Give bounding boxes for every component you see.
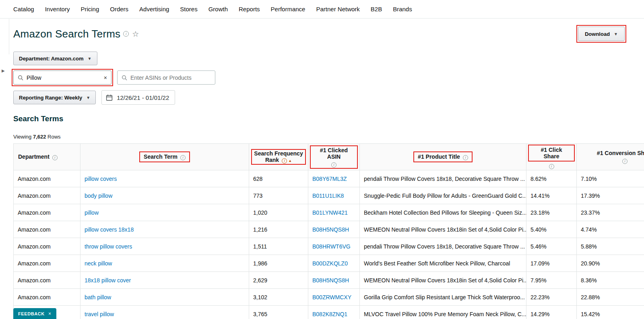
column-header-search-frequency-rank[interactable]: Search Frequency Ranki▲	[249, 144, 308, 170]
viewing-rows-count: Viewing 7,622 Rows	[13, 134, 644, 140]
click-share-cell: 14.41%	[526, 187, 577, 204]
click-share-cell: 14.29%	[526, 306, 577, 319]
clicked-asin-cell: B011U1LIK8	[308, 187, 360, 204]
nav-item-pricing[interactable]: Pricing	[80, 6, 99, 12]
conversion-share-cell: 22.88%	[577, 289, 644, 306]
feedback-close-icon[interactable]: ×	[48, 311, 52, 317]
nav-item-reports[interactable]: Reports	[239, 6, 260, 12]
frequency-rank-cell: 1,986	[249, 255, 308, 272]
info-icon[interactable]: i	[463, 155, 468, 160]
column-header-clicked-asin[interactable]: #1 Clicked ASIN i	[308, 144, 360, 170]
clear-search-icon[interactable]: ×	[104, 75, 107, 81]
asin-link[interactable]: B08H5NQS8H	[312, 277, 349, 284]
column-header-search-term[interactable]: Search Termi	[80, 144, 249, 170]
clicked-asin-cell: B08HRWT6VG	[308, 238, 360, 255]
nav-item-brands[interactable]: Brands	[393, 6, 412, 12]
table-row: Amazon.com pillow covers 18x18 1,216 B08…	[14, 221, 644, 238]
product-title-cell: Gorilla Grip Comfort Slip Resistant Larg…	[360, 289, 526, 306]
search-terms-input[interactable]	[27, 75, 101, 81]
click-share-cell: 8.62%	[526, 170, 577, 187]
conversion-share-cell: 4.74%	[577, 221, 644, 238]
section-title: Search Terms	[13, 114, 644, 123]
search-term-link[interactable]: pillow covers	[85, 176, 117, 182]
row-count: 7,622	[33, 134, 46, 140]
search-term-link[interactable]: 18x18 pillow cover	[85, 277, 131, 284]
table-row: Amazon.com body pillow 773 B011U1LIK8 Sn…	[14, 187, 644, 204]
search-term-cell: neck pillow	[80, 255, 249, 272]
panel-expand-arrow-icon[interactable]: ▶	[2, 68, 5, 73]
search-term-link[interactable]: pillow	[85, 209, 99, 216]
search-terms-table: Departmenti Search Termi Search Frequenc…	[13, 143, 644, 319]
search-term-link[interactable]: bath pillow	[85, 294, 111, 300]
amazon-search-terms-page: Amazon Search Terms i ☆ Download ▼ Depar…	[0, 19, 644, 319]
nav-item-catalog[interactable]: Catalog	[13, 6, 34, 12]
column-header-product-title[interactable]: #1 Product Titlei	[360, 144, 526, 170]
table-row: Amazon.com pillow 1,020 B01LYNW421 Beckh…	[14, 204, 644, 221]
info-icon[interactable]: i	[180, 155, 186, 160]
table-viewport: Departmenti Search Termi Search Frequenc…	[13, 143, 644, 319]
asin-products-input[interactable]	[130, 75, 211, 81]
nav-item-growth[interactable]: Growth	[208, 6, 228, 12]
nav-item-b2b[interactable]: B2B	[371, 6, 382, 12]
info-icon[interactable]: i	[549, 164, 554, 169]
feedback-label: FEEDBACK	[18, 311, 45, 316]
asin-link[interactable]: B00DZKQLZ0	[312, 260, 348, 267]
nav-item-performance[interactable]: Performance	[271, 6, 305, 12]
info-icon[interactable]: i	[282, 158, 287, 164]
clicked-asin-cell: B01LYNW421	[308, 204, 360, 221]
asin-link[interactable]: B00ZRWMCXY	[312, 294, 351, 300]
department-cell: Amazon.com	[14, 272, 80, 289]
asin-link[interactable]: B01LYNW421	[312, 209, 348, 216]
search-term-link[interactable]: throw pillow covers	[85, 243, 132, 250]
download-button[interactable]: Download ▼	[578, 27, 625, 41]
search-term-link[interactable]: body pillow	[85, 193, 112, 199]
reporting-range-dropdown[interactable]: Reporting Range: Weekly ▼	[13, 91, 96, 104]
info-icon[interactable]: i	[52, 155, 58, 160]
info-icon[interactable]: i	[331, 162, 336, 168]
search-input-annotation-box: ×	[13, 70, 111, 85]
date-range-picker[interactable]: 12/26/21 - 01/01/22	[101, 90, 175, 105]
department-dropdown-label: Department: Amazon.com	[19, 56, 84, 62]
department-cell: Amazon.com	[14, 204, 80, 221]
reporting-range-label: Reporting Range: Weekly	[19, 95, 82, 101]
department-cell: Amazon.com	[14, 221, 80, 238]
sort-ascending-icon[interactable]: ▲	[288, 159, 292, 163]
column-header-click-share[interactable]: #1 Click Share i	[526, 144, 577, 170]
nav-item-partner-network[interactable]: Partner Network	[316, 6, 359, 12]
asin-link[interactable]: B08H5NQS8H	[312, 226, 349, 233]
search-term-cell: 18x18 pillow cover	[80, 272, 249, 289]
frequency-rank-cell: 628	[249, 170, 308, 187]
feedback-button[interactable]: FEEDBACK ×	[13, 308, 56, 319]
nav-item-orders[interactable]: Orders	[110, 6, 128, 12]
nav-item-stores[interactable]: Stores	[180, 6, 197, 12]
click-share-cell: 17.09%	[526, 255, 577, 272]
clicked-asin-cell: B08H5NQS8H	[308, 221, 360, 238]
table-row: Amazon.com neck pillow 1,986 B00DZKQLZ0 …	[14, 255, 644, 272]
info-icon[interactable]: i	[622, 159, 627, 164]
column-header-conversion-share[interactable]: #1 Conversion Share i	[577, 144, 644, 170]
search-term-link[interactable]: neck pillow	[85, 260, 112, 267]
search-term-cell: pillow covers 18x18	[80, 221, 249, 238]
search-term-cell: travel pillow	[80, 306, 249, 319]
asin-link[interactable]: B011U1LIK8	[312, 193, 344, 199]
nav-item-inventory[interactable]: Inventory	[45, 6, 70, 12]
clicked-asin-cell: B08H5NQS8H	[308, 272, 360, 289]
conversion-share-cell: 8.36%	[577, 272, 644, 289]
asin-link[interactable]: B08HRWT6VG	[312, 243, 351, 250]
search-term-link[interactable]: pillow covers 18x18	[85, 226, 134, 233]
asin-link[interactable]: B082K8ZNQ1	[312, 311, 347, 317]
asin-link[interactable]: B08Y67ML3Z	[312, 176, 347, 182]
search-term-cell: throw pillow covers	[80, 238, 249, 255]
search-term-cell: pillow	[80, 204, 249, 221]
search-icon	[122, 75, 127, 81]
column-header-department[interactable]: Departmenti	[14, 144, 80, 170]
frequency-rank-cell: 773	[249, 187, 308, 204]
search-term-link[interactable]: travel pillow	[85, 311, 114, 317]
page-header: Amazon Search Terms i ☆ Download ▼	[13, 27, 644, 41]
nav-item-advertising[interactable]: Advertising	[139, 6, 169, 12]
title-info-icon[interactable]: i	[123, 31, 129, 37]
click-share-cell: 5.40%	[526, 221, 577, 238]
favorite-star-icon[interactable]: ☆	[132, 29, 139, 39]
department-dropdown[interactable]: Department: Amazon.com ▼	[13, 52, 97, 65]
search-filter-row: ×	[13, 70, 644, 85]
